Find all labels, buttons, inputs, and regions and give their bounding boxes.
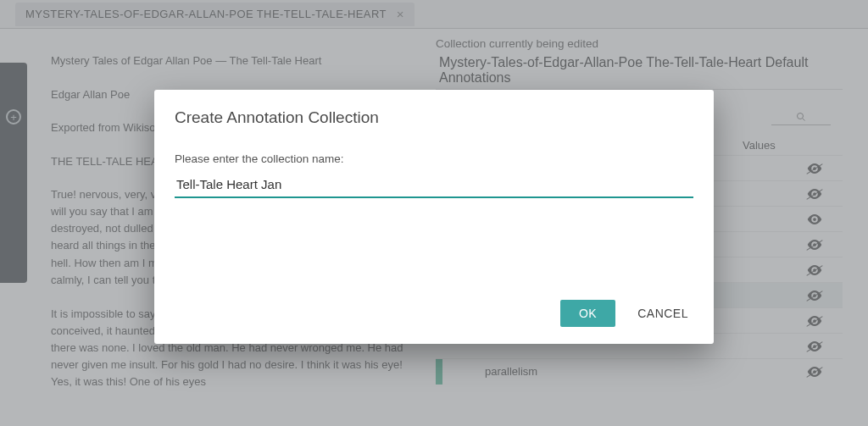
dialog-actions: OK CANCEL: [175, 300, 693, 327]
dialog-prompt: Please enter the collection name:: [175, 152, 693, 165]
ok-button[interactable]: OK: [560, 300, 615, 327]
collection-name-input[interactable]: [175, 172, 693, 198]
app-window: MYSTERY-TALES-OF-EDGAR-ALLAN-POE THE-TEL…: [0, 0, 868, 426]
cancel-button[interactable]: CANCEL: [632, 300, 693, 327]
modal-overlay: Create Annotation Collection Please ente…: [0, 0, 868, 426]
create-collection-dialog: Create Annotation Collection Please ente…: [154, 90, 714, 344]
dialog-title: Create Annotation Collection: [175, 108, 693, 127]
